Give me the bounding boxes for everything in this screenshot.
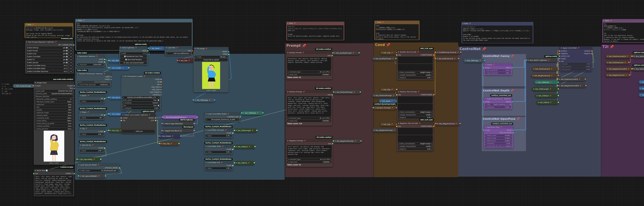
get-cnimage-output-port[interactable] (484, 60, 485, 61)
increment-arrow[interactable]: ▶ (102, 134, 103, 135)
get-cnmodel-output-port[interactable] (558, 82, 559, 83)
SEED-output-port[interactable] (147, 50, 148, 51)
widget-filename-number-start[interactable]: ◀filename_number_startfalse▶ (35, 101, 73, 103)
widget-lossless-webp[interactable]: ◀lossless_webptrue▶ (35, 114, 73, 116)
decrement-arrow[interactable]: ◀ (36, 101, 36, 102)
patch-sage-attention-input-port[interactable] (162, 123, 163, 124)
widget-value[interactable]: ◀Value0.00▶ (205, 151, 232, 153)
set-cnstrength-input-port[interactable] (234, 130, 235, 131)
note-settings[interactable]: Note 📌設定 変更する頻度の高い項目を抜き出してまとめています。 Rando… (75, 19, 193, 51)
node-collapse-dot[interactable] (35, 170, 36, 171)
group-cond-title[interactable]: Cond 📌 (375, 43, 390, 47)
decrement-arrow[interactable]: ◀ (206, 119, 207, 120)
get-negativecond-t2i-output-port[interactable] (629, 74, 630, 76)
decrement-arrow[interactable]: ◀ (288, 159, 289, 160)
IMAGE-output-port[interactable] (512, 130, 514, 131)
widget-comment-type[interactable]: ◀comment_type# + // + /**/▶ (287, 117, 331, 119)
decrement-arrow[interactable]: ◀ (78, 84, 79, 85)
positive-input-port[interactable] (559, 50, 560, 52)
jump-to-group-arrow[interactable]: ➡ (69, 46, 73, 49)
node-set-positivecond[interactable]: Set_PositiveCond📌 (435, 57, 459, 60)
decrement-arrow[interactable]: ◀ (399, 72, 400, 73)
node-batch[interactable]: Derfuu_ComfyUI_ModdedNodesBatch📌INT◀Valu… (79, 94, 104, 104)
negative-input-port[interactable] (559, 53, 560, 54)
node-collapse-dot[interactable] (334, 52, 335, 54)
set-cnimage-output-port[interactable] (214, 100, 215, 100)
node-collapse-dot[interactable] (122, 76, 124, 77)
toggle-enable-controlnet[interactable]: Enable ControlNetyes (26, 55, 68, 58)
node-collapse-dot[interactable] (374, 95, 375, 96)
increment-arrow[interactable]: ▶ (330, 162, 331, 163)
decrement-arrow[interactable]: ◀ (36, 112, 36, 113)
decrement-arrow[interactable]: ◀ (36, 98, 36, 100)
note-collapse-dot[interactable] (375, 22, 376, 23)
node-collapse-dot[interactable] (380, 100, 382, 102)
widget-text[interactable] (398, 104, 433, 110)
widget-detect-face[interactable]: ◀detect_faceenable▶ (485, 140, 512, 142)
node-collapse-dot[interactable] (78, 159, 80, 160)
increment-arrow[interactable]: ▶ (72, 104, 72, 105)
widget-overwrite-mode[interactable]: ◀overwrite_modefalse▶ (35, 117, 73, 119)
increment-arrow[interactable]: ▶ (510, 72, 510, 74)
toggle-enable-cond[interactable]: Enable Condyes (26, 52, 68, 55)
widget-extension[interactable]: ◀extensionpng▶ (35, 104, 73, 106)
widget-balance[interactable]: ◀balance0.50▶ (398, 148, 433, 150)
node-set-vae[interactable]: Set_Vae📌 (178, 58, 194, 62)
widget-value[interactable]: ◀CN-anytest4_illustrious2_A.safet ...▶ (205, 118, 239, 121)
IMAGE-output-port[interactable] (512, 67, 513, 68)
node-collapse-dot[interactable] (164, 117, 165, 118)
node-set-cnmodel[interactable]: Set_CNModel📌 (242, 111, 263, 115)
decrement-arrow[interactable]: ◀ (288, 74, 289, 75)
clip-input-port[interactable] (121, 120, 122, 121)
node-collapse-dot[interactable] (110, 67, 111, 68)
widget-filename-prefix[interactable]: filename_prefix[time(%Y%m%d%H%M%S)] (35, 92, 73, 95)
widget-value[interactable]: ◀Value2.00▶ (80, 150, 104, 152)
node-collapse-dot[interactable] (437, 58, 438, 59)
patchmodeladddownscale-input-port[interactable] (162, 116, 163, 118)
node-get-cnstrength[interactable]: Get_CNStrength📌 (532, 87, 558, 91)
jump-to-group-arrow[interactable]: ➡ (69, 52, 73, 55)
CONDITIONING-output-port[interactable] (433, 126, 434, 127)
decrement-arrow[interactable]: ◀ (36, 115, 36, 116)
node-collapse-dot[interactable] (236, 146, 237, 147)
set-cnmodel-output-port[interactable] (262, 112, 264, 114)
widget-seed[interactable]: seed1002101998982539 (77, 81, 110, 83)
node-collapse-dot[interactable] (607, 68, 608, 70)
node-collapse-dot[interactable] (398, 51, 399, 52)
widget-value[interactable]: ◀Value0.30▶ (205, 135, 232, 137)
increment-arrow[interactable]: ▶ (510, 107, 510, 108)
clip-input-port[interactable] (396, 94, 397, 96)
node-patch-sage-attention[interactable]: [BETA] KJNodesPatch Sage Attention (162, 122, 194, 126)
set-negativeprompt-input-port[interactable] (333, 140, 334, 142)
decrement-arrow[interactable]: ◀ (36, 128, 36, 130)
increment-arrow[interactable]: ▶ (226, 56, 227, 58)
widget-text[interactable]: masterpiece, best quality, good quality,… (287, 57, 331, 70)
node-collapse-dot[interactable] (287, 52, 288, 53)
toggle-knob[interactable] (158, 100, 159, 101)
FLOAT-output-port[interactable] (232, 165, 234, 166)
increment-arrow[interactable]: ▶ (158, 97, 159, 98)
decrement-arrow[interactable]: ◀ (288, 118, 289, 119)
image-input-port[interactable] (483, 130, 484, 131)
note-collapse-dot[interactable] (76, 20, 78, 21)
toggle-enable-controlnet-canny[interactable]: Enable ControlNet Cannyno (26, 64, 68, 67)
node-get-positivecond-cn[interactable]: Get_PositiveCond📌 (532, 67, 558, 71)
node-collapse-dot[interactable] (559, 79, 560, 80)
node-collapse-dot[interactable] (634, 68, 635, 70)
clip-output-port[interactable] (160, 81, 162, 82)
set-negativecond-output-port[interactable] (460, 123, 460, 124)
decrement-arrow[interactable]: ◀ (399, 77, 400, 78)
control_net-input-port[interactable] (559, 56, 560, 57)
set-negativecond-input-port[interactable] (435, 123, 436, 124)
node-collapse-dot[interactable] (437, 123, 438, 124)
get-cnstart-output-port[interactable] (558, 95, 559, 96)
node-collapse-dot[interactable] (374, 107, 376, 108)
node-collapse-dot[interactable] (640, 82, 641, 83)
set-qualityprompt-input-port[interactable] (332, 52, 334, 54)
node-collapse-dot[interactable] (236, 130, 237, 131)
increment-arrow[interactable]: ▶ (102, 150, 103, 152)
node-get-clip-3[interactable]: Get_Clip📌 (380, 122, 397, 126)
IMAGE-output-port[interactable] (228, 51, 229, 52)
set-negativeprompt-output-port[interactable] (360, 140, 362, 142)
group-prompt-title[interactable]: Prompt 📌 (286, 44, 306, 48)
